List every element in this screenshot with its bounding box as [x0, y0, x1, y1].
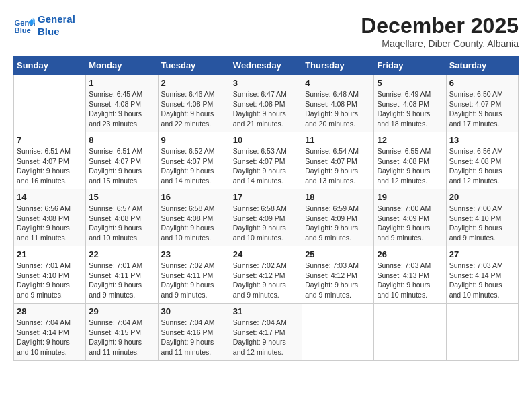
- calendar-cell: 22 Sunrise: 7:01 AM Sunset: 4:11 PM Dayl…: [86, 246, 158, 304]
- sunset-text: Sunset: 4:11 PM: [89, 271, 141, 279]
- calendar-cell: 18 Sunrise: 6:59 AM Sunset: 4:09 PM Dayl…: [302, 189, 374, 246]
- calendar-cell: 12 Sunrise: 6:55 AM Sunset: 4:08 PM Dayl…: [374, 132, 446, 189]
- header-monday: Monday: [86, 56, 158, 75]
- day-number: 24: [233, 249, 299, 259]
- day-info: Sunrise: 7:01 AM Sunset: 4:11 PM Dayligh…: [89, 261, 154, 300]
- day-number: 27: [449, 249, 515, 259]
- daylight-text: Daylight: 9 hours and 10 minutes.: [233, 224, 286, 242]
- calendar-cell: [302, 304, 374, 361]
- sunset-text: Sunset: 4:14 PM: [17, 328, 69, 336]
- sunrise-text: Sunrise: 6:45 AM: [89, 90, 142, 98]
- day-number: 22: [89, 249, 154, 259]
- calendar-week-3: 21 Sunrise: 7:01 AM Sunset: 4:10 PM Dayl…: [14, 246, 519, 304]
- sunrise-text: Sunrise: 6:56 AM: [17, 204, 71, 212]
- sunrise-text: Sunrise: 6:52 AM: [161, 147, 215, 155]
- calendar-cell: 27 Sunrise: 7:03 AM Sunset: 4:14 PM Dayl…: [446, 246, 518, 304]
- day-info: Sunrise: 6:47 AM Sunset: 4:08 PM Dayligh…: [233, 89, 299, 129]
- day-number: 26: [377, 249, 443, 259]
- day-number: 30: [161, 306, 227, 316]
- day-number: 10: [233, 135, 299, 145]
- calendar-cell: 17 Sunrise: 6:58 AM Sunset: 4:09 PM Dayl…: [230, 189, 302, 246]
- day-info: Sunrise: 6:51 AM Sunset: 4:07 PM Dayligh…: [17, 146, 83, 186]
- daylight-text: Daylight: 9 hours and 22 minutes.: [161, 109, 214, 128]
- logo: General Blue General Blue: [13, 13, 75, 38]
- day-info: Sunrise: 6:58 AM Sunset: 4:08 PM Dayligh…: [161, 203, 227, 243]
- daylight-text: Daylight: 9 hours and 11 minutes.: [161, 338, 214, 356]
- sunrise-text: Sunrise: 6:58 AM: [161, 204, 215, 212]
- daylight-text: Daylight: 9 hours and 12 minutes.: [449, 167, 502, 185]
- header-thursday: Thursday: [302, 56, 374, 75]
- calendar-cell: 30 Sunrise: 7:04 AM Sunset: 4:16 PM Dayl…: [158, 304, 230, 361]
- sunset-text: Sunset: 4:07 PM: [161, 157, 214, 165]
- day-number: 3: [233, 78, 299, 88]
- calendar-header-row: SundayMondayTuesdayWednesdayThursdayFrid…: [14, 56, 519, 75]
- calendar-cell: 8 Sunrise: 6:51 AM Sunset: 4:07 PM Dayli…: [86, 132, 158, 189]
- day-info: Sunrise: 7:02 AM Sunset: 4:12 PM Dayligh…: [233, 261, 299, 300]
- header-tuesday: Tuesday: [158, 56, 230, 75]
- sunrise-text: Sunrise: 6:54 AM: [305, 147, 359, 155]
- calendar-cell: 21 Sunrise: 7:01 AM Sunset: 4:10 PM Dayl…: [14, 246, 86, 304]
- sunset-text: Sunset: 4:08 PM: [449, 157, 502, 165]
- day-info: Sunrise: 6:48 AM Sunset: 4:08 PM Dayligh…: [305, 89, 371, 129]
- day-info: Sunrise: 7:03 AM Sunset: 4:14 PM Dayligh…: [449, 261, 515, 300]
- sunset-text: Sunset: 4:10 PM: [17, 271, 69, 279]
- calendar-week-1: 7 Sunrise: 6:51 AM Sunset: 4:07 PM Dayli…: [14, 132, 519, 189]
- day-info: Sunrise: 7:04 AM Sunset: 4:16 PM Dayligh…: [161, 318, 227, 357]
- sunrise-text: Sunrise: 7:00 AM: [449, 204, 503, 212]
- calendar-cell: 24 Sunrise: 7:02 AM Sunset: 4:12 PM Dayl…: [230, 246, 302, 304]
- day-info: Sunrise: 6:58 AM Sunset: 4:09 PM Dayligh…: [233, 203, 299, 243]
- day-number: 1: [89, 78, 154, 88]
- calendar-cell: 15 Sunrise: 6:57 AM Sunset: 4:08 PM Dayl…: [86, 189, 158, 246]
- svg-text:Blue: Blue: [15, 26, 31, 34]
- sunrise-text: Sunrise: 6:57 AM: [89, 204, 142, 212]
- daylight-text: Daylight: 9 hours and 9 minutes.: [17, 281, 70, 299]
- header-sunday: Sunday: [14, 56, 86, 75]
- day-number: 16: [161, 192, 227, 202]
- sunset-text: Sunset: 4:09 PM: [305, 214, 357, 222]
- daylight-text: Daylight: 9 hours and 17 minutes.: [449, 109, 502, 128]
- sunrise-text: Sunrise: 6:59 AM: [305, 204, 359, 212]
- sunset-text: Sunset: 4:12 PM: [305, 271, 357, 279]
- sunset-text: Sunset: 4:08 PM: [89, 214, 141, 222]
- day-info: Sunrise: 7:02 AM Sunset: 4:11 PM Dayligh…: [161, 261, 227, 300]
- sunrise-text: Sunrise: 6:49 AM: [377, 90, 431, 98]
- sunrise-text: Sunrise: 6:53 AM: [233, 147, 287, 155]
- day-number: 14: [17, 192, 83, 202]
- day-number: 29: [89, 306, 154, 316]
- day-number: 23: [161, 249, 227, 259]
- day-info: Sunrise: 7:03 AM Sunset: 4:13 PM Dayligh…: [377, 261, 443, 300]
- calendar-cell: [446, 304, 518, 361]
- daylight-text: Daylight: 9 hours and 11 minutes.: [17, 224, 70, 242]
- calendar-table: SundayMondayTuesdayWednesdayThursdayFrid…: [13, 56, 519, 361]
- header-wednesday: Wednesday: [230, 56, 302, 75]
- day-info: Sunrise: 6:52 AM Sunset: 4:07 PM Dayligh…: [161, 146, 227, 186]
- calendar-week-0: 1 Sunrise: 6:45 AM Sunset: 4:08 PM Dayli…: [14, 75, 519, 132]
- day-info: Sunrise: 6:51 AM Sunset: 4:07 PM Dayligh…: [89, 146, 154, 186]
- day-number: 8: [89, 135, 154, 145]
- day-number: 12: [377, 135, 443, 145]
- sunrise-text: Sunrise: 7:02 AM: [161, 261, 215, 269]
- calendar-cell: 31 Sunrise: 7:04 AM Sunset: 4:17 PM Dayl…: [230, 304, 302, 361]
- calendar-cell: 11 Sunrise: 6:54 AM Sunset: 4:07 PM Dayl…: [302, 132, 374, 189]
- day-info: Sunrise: 6:45 AM Sunset: 4:08 PM Dayligh…: [89, 89, 154, 129]
- calendar-cell: 16 Sunrise: 6:58 AM Sunset: 4:08 PM Dayl…: [158, 189, 230, 246]
- daylight-text: Daylight: 9 hours and 10 minutes.: [17, 338, 70, 356]
- daylight-text: Daylight: 9 hours and 10 minutes.: [377, 281, 430, 299]
- day-number: 21: [17, 249, 83, 259]
- sunset-text: Sunset: 4:16 PM: [161, 328, 214, 336]
- day-info: Sunrise: 6:55 AM Sunset: 4:08 PM Dayligh…: [377, 146, 443, 186]
- sunset-text: Sunset: 4:08 PM: [377, 157, 429, 165]
- daylight-text: Daylight: 9 hours and 9 minutes.: [233, 281, 286, 299]
- sunset-text: Sunset: 4:15 PM: [89, 328, 141, 336]
- sunrise-text: Sunrise: 6:48 AM: [305, 90, 359, 98]
- daylight-text: Daylight: 9 hours and 9 minutes.: [449, 224, 502, 242]
- calendar-cell: 13 Sunrise: 6:56 AM Sunset: 4:08 PM Dayl…: [446, 132, 518, 189]
- sunrise-text: Sunrise: 6:50 AM: [449, 90, 503, 98]
- page-header: General Blue General Blue December 2025 …: [13, 13, 519, 49]
- calendar-cell: 3 Sunrise: 6:47 AM Sunset: 4:08 PM Dayli…: [230, 75, 302, 132]
- sunset-text: Sunset: 4:08 PM: [89, 100, 141, 108]
- day-number: 28: [17, 306, 83, 316]
- daylight-text: Daylight: 9 hours and 9 minutes.: [377, 224, 430, 242]
- calendar-cell: 26 Sunrise: 7:03 AM Sunset: 4:13 PM Dayl…: [374, 246, 446, 304]
- daylight-text: Daylight: 9 hours and 21 minutes.: [233, 109, 286, 128]
